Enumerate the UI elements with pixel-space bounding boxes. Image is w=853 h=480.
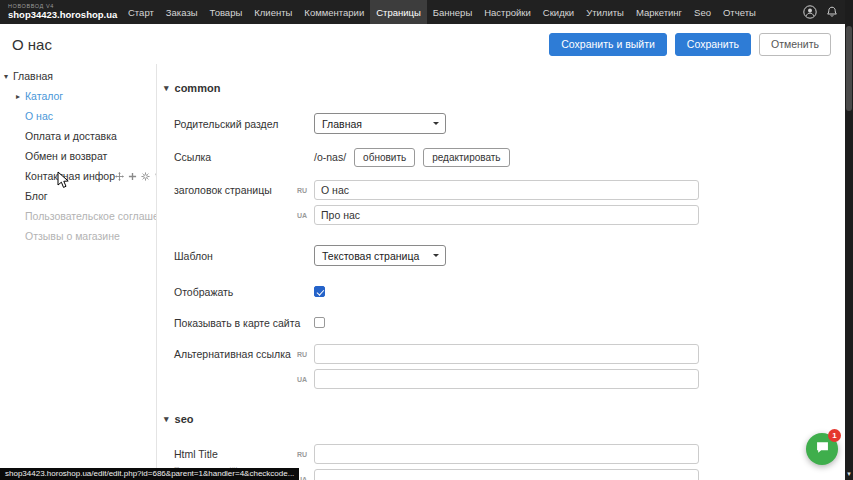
template-row: Шаблон Текстовая страница [158,245,845,266]
save-button[interactable]: Сохранить [675,33,751,56]
page-title-ua-input[interactable] [314,205,699,225]
scrollbar-thumb[interactable] [846,26,852,111]
status-link-preview: shop34423.horoshop.ua/edit/edit.php?id=6… [0,468,299,480]
sidebar-item-about-us[interactable]: О нас [0,106,156,126]
sidebar-item-label: Контактная инфор [25,170,115,182]
sidebar-item-exchange-return[interactable]: Обмен и возврат [0,146,156,166]
sitemap-row: Показывать в карте сайта [158,313,845,333]
sidebar-item-blog[interactable]: Блог [0,186,156,206]
link-label: Ссылка [174,147,314,167]
tree-item-tools [115,172,156,181]
alt-link-ru-input[interactable] [314,344,699,364]
menu-item-reports[interactable]: Отчеты [717,0,762,24]
move-icon[interactable] [115,172,124,181]
link-edit-button[interactable]: редактировать [423,148,509,167]
menu-item-utilities[interactable]: Утилиты [580,0,630,24]
menu-item-settings[interactable]: Настройки [478,0,537,24]
selected-value: Текстовая страница [322,250,419,262]
parent-section-select[interactable]: Главная [314,113,446,134]
lang-ru-label: RU [297,351,307,358]
menu-item-pages[interactable]: Страницы [370,0,427,24]
display-row: Отображать [158,282,845,302]
menu-item-orders[interactable]: Заказы [160,0,204,24]
menu-item-banners[interactable]: Баннеры [427,0,478,24]
html-title-ua-input[interactable] [314,469,699,480]
menu-item-discounts[interactable]: Скидки [537,0,580,24]
notifications-icon[interactable] [825,5,839,19]
alt-link-label: Альтернативная ссылка [174,344,314,364]
sidebar-item-label: Обмен и возврат [25,150,107,162]
link-row: Ссылка /o-nas/ обновить редактировать [158,147,845,167]
lang-ru-label: RU [297,187,307,194]
sidebar-item-label: Оплата и доставка [25,130,117,142]
menu-item-marketing[interactable]: Маркетинг [630,0,688,24]
header-actions: Сохранить и выйти Сохранить Отменить [549,33,845,56]
scroll-down-icon[interactable]: ▾ [845,470,853,478]
caret-down-icon: ▾ [164,414,169,424]
sidebar-item-contact-info[interactable]: Контактная инфор [0,166,156,186]
menu-item-start[interactable]: Старт [122,0,160,24]
page-title-row: заголовок страницы RU UA [158,180,845,225]
page-title-ru-input[interactable] [314,180,699,200]
page-header: О нас Сохранить и выйти Сохранить Отмени… [0,24,845,64]
parent-section-row: Родительский раздел Главная [158,113,845,134]
template-label: Шаблон [174,246,314,266]
topbar: НОВОВВОД V4 shop34423.horoshop.ua Старт … [0,0,853,24]
link-path-value: /o-nas/ [314,151,346,163]
sidebar-item-catalog[interactable]: ▸ Каталог [0,86,156,106]
delete-icon[interactable] [154,172,156,181]
link-update-button[interactable]: обновить [354,148,415,167]
sidebar-item-home[interactable]: ▾ Главная [0,66,156,86]
caret-down-icon: ▾ [164,83,169,93]
chat-launcher-button[interactable]: 1 [806,433,838,465]
page-scrollbar[interactable]: ▾ [845,0,853,480]
sidebar-item-label: Главная [13,70,53,82]
section-title: common [175,82,221,94]
brand-logo[interactable]: НОВОВВОД V4 shop34423.horoshop.ua [0,4,122,20]
selected-value: Главная [322,118,362,130]
sitemap-label: Показывать в карте сайта [174,313,314,333]
account-icon[interactable] [803,5,817,19]
caret-right-icon: ▸ [16,92,25,101]
sidebar-item-label: Блог [25,190,48,202]
section-title: seo [175,413,194,425]
save-and-exit-button[interactable]: Сохранить и выйти [549,33,667,56]
add-icon[interactable] [128,172,137,181]
page-edit-form: ▾ common Родительский раздел Главная Ссы… [158,64,845,480]
display-label: Отображать [174,282,314,302]
sidebar-item-label: Пользовательское соглашение [25,210,156,222]
sidebar-item-label: Каталог [25,90,63,102]
html-title-ru-input[interactable] [314,444,699,464]
alt-link-row: Альтернативная ссылка RU UA [158,344,845,389]
alt-link-ua-input[interactable] [314,369,699,389]
menu-item-clients[interactable]: Клиенты [248,0,298,24]
brand-domain: shop34423.horoshop.ua [8,10,122,20]
chat-unread-badge: 1 [828,429,841,442]
cancel-button[interactable]: Отменить [759,33,831,56]
section-seo-header[interactable]: ▾ seo [164,409,845,429]
menu-item-comments[interactable]: Комментарии [298,0,370,24]
sidebar-item-label: О нас [25,110,53,122]
parent-section-label: Родительский раздел [174,114,314,134]
display-checkbox[interactable] [314,286,325,297]
menu-item-products[interactable]: Товары [204,0,249,24]
lang-ua-label: UA [297,376,307,383]
sidebar-item-payment-delivery[interactable]: Оплата и доставка [0,126,156,146]
caret-down-icon: ▾ [4,72,13,81]
sidebar-item-user-agreement[interactable]: Пользовательское соглашение [0,206,156,226]
admin-screen: НОВОВВОД V4 shop34423.horoshop.ua Старт … [0,0,853,480]
main-menu: Старт Заказы Товары Клиенты Комментарии … [122,0,762,24]
page-title-label: заголовок страницы [174,180,314,200]
sitemap-checkbox[interactable] [314,317,325,328]
lang-ru-label: RU [297,451,307,458]
template-select[interactable]: Текстовая страница [314,245,446,266]
menu-item-seo[interactable]: Seo [688,0,717,24]
sidebar-item-store-reviews[interactable]: Отзывы о магазине [0,226,156,246]
gear-icon[interactable] [141,172,150,181]
pages-tree-sidebar: ▾ Главная ▸ Каталог О нас Оплата и доста… [0,64,157,480]
lang-ua-label: UA [297,212,307,219]
chat-bubble-icon [815,440,830,459]
page-title: О нас [0,36,52,53]
sidebar-item-label: Отзывы о магазине [25,230,120,242]
section-common-header[interactable]: ▾ common [164,78,845,98]
